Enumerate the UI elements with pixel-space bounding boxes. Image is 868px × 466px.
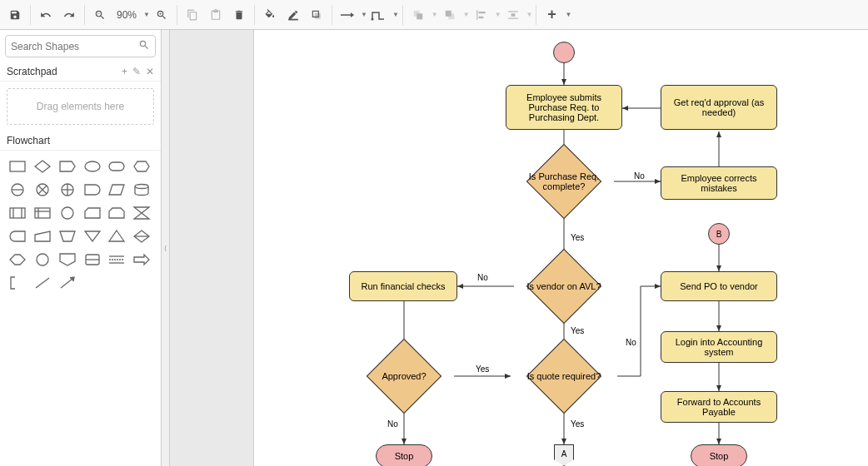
process-correct[interactable]: Employee corrects mistakes [661,166,777,200]
delete-button[interactable] [227,3,251,27]
svg-point-16 [85,161,100,171]
line-color-button[interactable] [282,3,305,27]
copy-button[interactable] [181,3,204,27]
shape-loop-limit[interactable] [106,204,127,222]
process-financial[interactable]: Run financial checks [349,271,457,301]
svg-rect-30 [35,208,50,218]
terminator-stop-1[interactable]: Stop [376,444,432,466]
undo-button[interactable] [34,3,57,27]
process-forward[interactable]: Forward to Accounts Payable [661,391,777,423]
separator [536,5,536,25]
search-shapes-input[interactable] [5,35,156,57]
fill-color-button[interactable] [258,3,282,27]
shape-delay[interactable] [82,181,103,199]
separator [332,5,332,25]
toolbar: 90%▼ ▼ ▼ ▼ ▼ ▼ ▼ +▼ [0,0,868,30]
connection-style-button[interactable]: ▼ [336,3,367,27]
shape-line-arrow[interactable] [57,274,78,292]
search-icon [138,39,150,53]
shape-stadium[interactable] [7,227,28,245]
to-back-button[interactable]: ▼ [438,3,470,27]
chevron-down-icon: ▼ [495,11,501,18]
shape-line[interactable] [32,274,53,292]
terminator-stop-2[interactable]: Stop [691,444,747,466]
shape-ellipse[interactable] [82,157,103,176]
chevron-down-icon: ▼ [463,11,470,18]
shape-parallel[interactable] [106,250,127,269]
svg-rect-2 [315,12,321,18]
scratchpad-label: Scratchpad [7,66,57,77]
shape-manual-input[interactable] [32,227,53,245]
svg-rect-14 [511,13,515,17]
shape-or[interactable] [7,181,28,199]
svg-rect-27 [10,208,25,218]
edit-icon[interactable]: ✎ [132,66,141,77]
search-input[interactable] [11,41,138,52]
scratchpad-dropzone[interactable]: Drag elements here [7,88,154,125]
shape-transfer[interactable] [7,250,28,269]
start-connector[interactable] [553,42,575,63]
redo-button[interactable] [57,3,81,27]
shape-arrow[interactable] [131,250,152,269]
label-yes-2: Yes [569,326,586,335]
to-front-button[interactable]: ▼ [407,3,438,27]
distribute-button[interactable]: ▼ [501,3,533,27]
waypoint-style-button[interactable]: ▼ [367,3,399,27]
svg-rect-11 [478,16,483,17]
decision-approved[interactable]: Approved? [354,350,454,403]
add-icon[interactable]: + [122,66,127,77]
shape-step[interactable] [57,157,78,176]
connector-b[interactable]: B [708,223,730,245]
save-button[interactable] [3,3,27,27]
shape-terminator[interactable] [106,157,127,176]
insert-button[interactable]: +▼ [540,3,571,27]
zoom-in-button[interactable] [150,3,173,27]
connector-a[interactable]: A [554,444,574,466]
label-no-2: No [476,273,490,282]
process-login[interactable]: Login into Accounting system [661,331,777,363]
shape-annotation[interactable] [82,250,103,269]
svg-rect-10 [478,11,485,12]
align-button[interactable]: ▼ [470,3,501,27]
flowchart-header[interactable]: Flowchart [0,131,161,151]
process-submit[interactable]: Employee submits Purchase Req. to Purcha… [506,85,622,130]
drawing-paper[interactable]: Employee submits Purchase Req. to Purcha… [253,30,868,466]
shape-rectangle[interactable] [7,157,28,176]
shape-display[interactable] [57,204,78,222]
process-approval[interactable]: Get req'd approval (as needed) [661,85,777,130]
separator [177,5,177,25]
decision-quote[interactable]: Is quote required? [511,350,617,403]
separator [402,5,403,25]
svg-rect-13 [508,17,518,18]
zoom-out-button[interactable] [88,3,112,27]
shape-extract[interactable] [82,227,103,245]
canvas[interactable]: Employee submits Purchase Req. to Purcha… [170,30,868,466]
shape-diamond[interactable] [32,157,53,176]
shape-predefined[interactable] [7,204,28,222]
close-icon[interactable]: ✕ [146,66,154,77]
svg-rect-9 [476,10,477,20]
shape-junction[interactable] [57,181,78,199]
collapse-sidebar-handle[interactable]: ⟨ [162,30,170,466]
process-sendpo[interactable]: Send PO to vendor [661,271,777,301]
paste-button[interactable] [204,3,227,27]
shape-internal-storage[interactable] [32,204,53,222]
shape-card[interactable] [82,204,103,222]
shape-bracket[interactable] [7,274,28,292]
shape-parallelogram[interactable] [106,181,127,199]
shadow-button[interactable] [305,3,328,27]
shape-cylinder[interactable] [131,181,152,199]
shape-merge[interactable] [106,227,127,245]
shape-manual-op[interactable] [57,227,78,245]
shape-collate[interactable] [131,204,152,222]
sidebar: Scratchpad + ✎ ✕ Drag elements here Flow… [0,30,162,466]
decision-avl[interactable]: Is vendor on AVL? [514,260,614,313]
decision-complete[interactable]: Is Purchase Req. complete? [514,155,614,208]
shape-circle[interactable] [32,250,53,269]
label-yes-4: Yes [569,419,586,429]
shape-sort[interactable] [131,227,152,245]
zoom-level[interactable]: 90%▼ [112,9,150,21]
shape-sum[interactable] [32,181,53,199]
shape-hexagon[interactable] [131,157,152,176]
shape-offpage[interactable] [57,250,78,269]
